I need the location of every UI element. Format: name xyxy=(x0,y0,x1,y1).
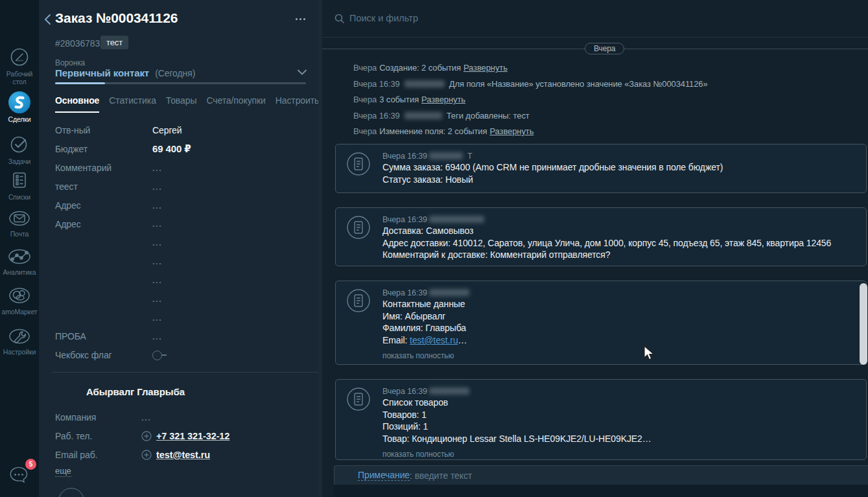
feed-scrollbar-thumb[interactable] xyxy=(860,283,867,365)
checkbox-flag-toggle[interactable] xyxy=(152,351,167,360)
app-sidebar: Рабочий стол Сделки Задачи xyxy=(0,0,39,497)
more-options-icon[interactable] xyxy=(296,18,305,20)
field-value[interactable]: Сергей xyxy=(152,125,182,135)
plus-circle-icon[interactable] xyxy=(141,450,152,460)
tab-products[interactable]: Товары xyxy=(166,95,197,113)
day-divider-pill: Вчера xyxy=(585,43,624,54)
field-row: ... xyxy=(55,290,311,308)
sidebar-item-label: Рабочий стол xyxy=(0,70,39,86)
event-row: ВчераСоздание: 2 событияРазвернуть xyxy=(353,60,708,76)
event-row: Вчера 16:39Теги добавлены: тест xyxy=(353,108,708,124)
show-full-link[interactable]: показать полностью xyxy=(382,450,454,459)
redacted-author xyxy=(429,216,484,223)
note-input-placeholder: : введите текст xyxy=(410,470,472,481)
plus-circle-icon[interactable] xyxy=(141,431,152,441)
event-list: ВчераСоздание: 2 событияРазвернуть Вчера… xyxy=(353,60,708,140)
field-value[interactable]: 69 400 ₽ xyxy=(152,143,191,155)
pipeline-progress-fill xyxy=(55,82,105,84)
tab-invoices[interactable]: Счета/покупки xyxy=(206,95,265,113)
sidebar-item-tasks[interactable]: Задачи xyxy=(0,133,39,165)
tab-statistics[interactable]: Статистика xyxy=(109,95,156,113)
stage-name: Первичный контакт xyxy=(55,67,149,78)
support-chat-button[interactable]: 5 xyxy=(6,464,32,490)
bottom-strip xyxy=(334,485,868,497)
field-value[interactable]: ... xyxy=(152,163,162,173)
sidebar-item-market[interactable]: amoМаркет xyxy=(0,285,39,316)
note-card-products: Вчера 16:39 Список товаров Товаров: 1 По… xyxy=(335,379,867,460)
note-type-selector[interactable]: Примечание xyxy=(358,470,410,481)
field-row-responsible: Отв-ный Сергей xyxy=(55,121,311,140)
note-input[interactable]: Примечание : введите текст xyxy=(334,465,868,485)
back-icon[interactable] xyxy=(44,14,51,25)
sidebar-item-lists[interactable]: Списки xyxy=(0,169,39,201)
contact-phone-link[interactable]: +7 321 321-32-12 xyxy=(156,431,229,441)
expand-link[interactable]: Развернуть xyxy=(421,95,465,104)
field-row: Адрес ... xyxy=(55,214,311,233)
note-card-order-sum: Вчера 16:39Т Сумма заказа: 69400 (Amo CR… xyxy=(335,144,867,193)
sidebar-item-deals[interactable]: Сделки xyxy=(0,91,39,123)
tab-main[interactable]: Основное xyxy=(55,95,99,113)
sidebar-item-label: Задачи xyxy=(0,157,39,165)
field-value[interactable]: ... xyxy=(152,294,162,304)
market-icon xyxy=(0,285,39,306)
field-value[interactable]: ... xyxy=(152,257,162,266)
pipeline-progress-bar[interactable] xyxy=(55,82,306,84)
feed-panel: Вчера ВчераСоздание: 2 событияРазвернуть… xyxy=(322,0,868,497)
add-button-partial[interactable] xyxy=(58,488,84,497)
event-row: Вчера 16:39Для поля «Название» установле… xyxy=(353,76,708,93)
email-link[interactable]: test@test.ru xyxy=(410,335,458,345)
sidebar-item-label: amoМаркет xyxy=(0,308,39,316)
stage-hint: (Сегодня) xyxy=(155,68,195,78)
contact-avatar[interactable] xyxy=(56,380,80,404)
field-row: ... xyxy=(55,252,311,271)
field-value[interactable]: ... xyxy=(152,313,162,323)
stage-selector[interactable]: Первичный контакт (Сегодня) xyxy=(55,67,195,78)
field-row: ... xyxy=(55,308,311,327)
redacted-author xyxy=(405,112,442,119)
note-card-contact-data: Вчера 16:39 Контактные данные Имя: Абырв… xyxy=(335,281,867,365)
lists-icon xyxy=(0,169,39,191)
expand-link[interactable]: Развернуть xyxy=(489,126,534,136)
field-value[interactable]: ... xyxy=(152,275,162,285)
settings-icon xyxy=(0,327,39,346)
search-bar[interactable] xyxy=(322,0,868,38)
show-full-link[interactable]: показать полностью xyxy=(382,351,454,360)
field-value[interactable]: ... xyxy=(152,182,162,192)
field-value[interactable]: ... xyxy=(152,219,162,229)
user-avatar[interactable] xyxy=(0,0,39,41)
contact-more-link[interactable]: еще xyxy=(55,466,71,477)
expand-link[interactable]: Развернуть xyxy=(463,63,508,73)
event-row: ВчераИзменение поля: 2 событияРазвернуть xyxy=(353,124,708,140)
contact-row-email: Email раб. test@test.ru xyxy=(55,448,210,462)
contact-more-options-icon[interactable] xyxy=(174,391,183,393)
deal-panel: Заказ №000341126 #28036783 тест Воронка … xyxy=(39,0,322,497)
deal-id: #28036783 xyxy=(55,38,100,49)
search-input[interactable] xyxy=(349,9,803,27)
redacted-author xyxy=(405,80,445,87)
sidebar-item-analytics[interactable]: Аналитика xyxy=(0,247,39,276)
contact-email-link[interactable]: test@test.ru xyxy=(156,450,210,460)
contact-name[interactable]: Абырвалг Главрыба xyxy=(86,386,185,397)
field-row: ... xyxy=(55,271,311,290)
redacted-author xyxy=(429,387,469,395)
deal-tag[interactable]: тест xyxy=(100,36,128,49)
analytics-icon xyxy=(0,247,39,266)
email-line: Email: test@test.ru… xyxy=(382,334,854,346)
sidebar-item-label: Почта xyxy=(0,230,39,238)
field-row-budget: Бюджет 69 400 ₽ xyxy=(55,140,311,159)
field-row: Комментарий ... xyxy=(55,159,311,178)
chevron-down-icon[interactable] xyxy=(298,69,307,75)
note-card-delivery: Вчера 16:39 Доставка: Самовывоз Адрес до… xyxy=(335,207,867,266)
sidebar-item-settings[interactable]: Настройки xyxy=(0,327,39,356)
contact-company-value[interactable]: ... xyxy=(141,413,151,422)
field-row-checkbox-flag: Чекбокс флаг xyxy=(55,346,311,365)
field-value[interactable]: ... xyxy=(152,332,162,341)
tab-configure[interactable]: Настроить xyxy=(276,95,320,113)
mail-icon xyxy=(0,209,39,228)
sidebar-item-mail[interactable]: Почта xyxy=(0,209,39,238)
deals-icon xyxy=(0,91,39,113)
field-value[interactable]: ... xyxy=(152,238,162,248)
sidebar-item-dashboard[interactable]: Рабочий стол xyxy=(0,46,39,86)
field-value[interactable]: ... xyxy=(152,201,162,211)
field-row-proba: ПРОБА ... xyxy=(55,327,311,346)
